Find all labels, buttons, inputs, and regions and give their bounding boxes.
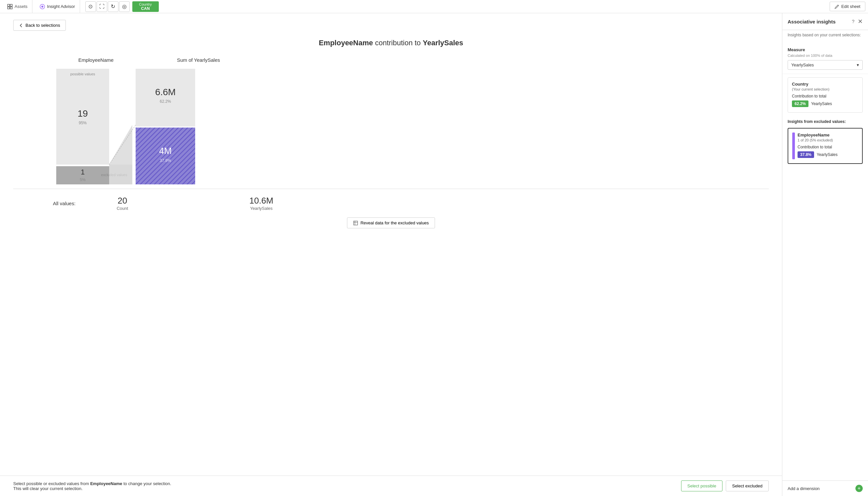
expand-icon[interactable]: ⛶ — [96, 1, 107, 12]
back-button-label: Back to selections — [26, 23, 60, 28]
employee-contrib-badge: 37.8% — [797, 151, 814, 158]
edit-sheet-button[interactable]: Edit sheet — [829, 2, 865, 11]
bottom-bar-text: Select possible or excluded values from … — [13, 481, 179, 491]
country-contrib-badge: 62.2% — [792, 100, 808, 107]
svg-rect-3 — [10, 7, 12, 9]
svg-text:37.8%: 37.8% — [160, 158, 171, 163]
svg-text:95%: 95% — [79, 121, 87, 125]
all-values-count-label: Count — [96, 206, 149, 211]
excluded-insights-label: Insights from excluded values: — [782, 116, 868, 125]
zoom-icon[interactable]: ⊙ — [85, 1, 96, 12]
svg-rect-17 — [136, 69, 195, 127]
edit-icon — [835, 4, 839, 9]
measure-label: Measure — [788, 47, 863, 52]
assets-label: Assets — [15, 4, 28, 9]
country-card-subtitle: (Your current selection) — [792, 87, 858, 91]
sidebar-title: Associative insights — [788, 19, 836, 25]
content-inner: Back to selections EmployeeName contribu… — [0, 13, 782, 476]
employee-card-inner: EmployeeName 1 of 20 (5% excluded) Contr… — [792, 133, 858, 159]
insight-advisor-label: Insight Advisor — [47, 4, 75, 9]
reveal-excluded-button[interactable]: Reveal data for the excluded values — [347, 217, 435, 228]
all-values-label: All values: — [53, 196, 96, 211]
employee-contribution-row: 37.8% YearlySales — [797, 151, 858, 158]
reveal-btn-label: Reveal data for the excluded values — [361, 220, 429, 226]
country-contrib-measure: YearlySales — [811, 102, 832, 106]
country-insight-card: Country (Your current selection) Contrib… — [788, 77, 863, 113]
chevron-down-icon: ▾ — [857, 62, 859, 67]
associative-insights-sidebar: Associative insights ? ✕ Insights based … — [782, 13, 868, 496]
svg-point-5 — [41, 5, 43, 7]
chart-title-measure: YearlySales — [423, 38, 463, 47]
rotate-icon[interactable]: ↻ — [108, 1, 118, 12]
measure-sublabel: Calculated on 100% of data — [788, 53, 863, 58]
help-icon[interactable]: ? — [852, 19, 854, 24]
selection-chip[interactable]: Country CAN — [132, 1, 159, 12]
all-values-sum-label: YearlySales — [231, 206, 291, 211]
svg-text:4M: 4M — [159, 146, 172, 156]
chart-title-verb: contribution to — [375, 38, 423, 47]
right-col-header: Sum of YearlySales — [152, 57, 245, 63]
left-col-header: EmployeeName — [53, 57, 139, 63]
assets-tab[interactable]: Assets — [3, 0, 32, 13]
country-card-section: Country (Your current selection) Contrib… — [782, 74, 868, 116]
plus-icon: + — [855, 485, 863, 492]
svg-rect-0 — [8, 4, 10, 6]
svg-text:6.6M: 6.6M — [155, 87, 176, 97]
country-card-title: Country — [792, 82, 858, 87]
svg-text:5%: 5% — [80, 177, 86, 182]
bottom-text-prefix: Select possible or excluded values from — [13, 481, 89, 486]
main-layout: Back to selections EmployeeName contribu… — [0, 13, 868, 496]
employee-contrib-measure: YearlySales — [817, 152, 838, 157]
svg-rect-20 — [136, 127, 195, 184]
select-possible-button[interactable]: Select possible — [681, 480, 722, 491]
country-contrib-label: Contribution to total — [792, 94, 858, 98]
measure-section: Measure Calculated on 100% of data Yearl… — [782, 43, 868, 74]
employee-card-bar — [792, 133, 795, 159]
svg-text:possible values: possible values — [70, 72, 95, 76]
employee-card-title: EmployeeName — [797, 133, 858, 138]
selection-field: Country — [139, 2, 152, 6]
nav-icons: ⊙ ⛶ ↻ ◎ — [85, 1, 130, 12]
sidebar-description: Insights based on your current selection… — [782, 30, 868, 40]
employee-card-subtitle: 1 of 20 (5% excluded) — [797, 138, 858, 142]
employee-card-content: EmployeeName 1 of 20 (5% excluded) Contr… — [797, 133, 858, 159]
select-excluded-button[interactable]: Select excluded — [726, 480, 769, 491]
bottom-field-name: EmployeeName — [90, 481, 122, 486]
svg-marker-15 — [109, 125, 132, 184]
svg-text:1: 1 — [81, 168, 85, 176]
svg-text:19: 19 — [77, 108, 88, 119]
employee-contrib-label: Contribution to total — [797, 145, 858, 149]
bottom-bar: Select possible or excluded values from … — [0, 476, 782, 496]
all-values-count: 20 — [96, 196, 149, 206]
chart-svg: possible values 19 95% 1 5% excluded val… — [53, 65, 258, 188]
chart-column-headers: EmployeeName Sum of YearlySales — [13, 57, 769, 63]
back-to-selections-button[interactable]: Back to selections — [13, 20, 66, 31]
svg-rect-25 — [354, 221, 358, 225]
content-area: Back to selections EmployeeName contribu… — [0, 13, 782, 496]
bottom-buttons: Select possible Select excluded — [681, 480, 769, 491]
chart-title-field: EmployeeName — [319, 38, 373, 47]
close-button[interactable]: ✕ — [858, 18, 863, 25]
sidebar-header: Associative insights ? ✕ — [782, 13, 868, 30]
add-dimension-button[interactable]: Add a dimension + — [782, 480, 868, 496]
target-icon[interactable]: ◎ — [119, 1, 130, 12]
insight-advisor-tab[interactable]: Insight Advisor — [35, 0, 80, 13]
add-dimension-label: Add a dimension — [788, 486, 820, 491]
measure-select[interactable]: YearlySales ▾ — [788, 60, 863, 70]
measure-value: YearlySales — [791, 62, 814, 67]
selection-value: CAN — [141, 6, 150, 11]
all-values-sum: 10.6M — [231, 196, 291, 206]
reveal-button-area: Reveal data for the excluded values — [13, 217, 769, 228]
chart-title: EmployeeName contribution to YearlySales — [13, 38, 769, 47]
back-arrow-icon — [19, 23, 24, 28]
all-values-sum-col: 10.6M YearlySales — [231, 196, 291, 211]
employee-insight-card[interactable]: EmployeeName 1 of 20 (5% excluded) Contr… — [788, 128, 863, 164]
all-values-count-col: 20 Count — [96, 196, 149, 211]
all-values-row: All values: 20 Count 10.6M YearlySales — [13, 189, 769, 211]
table-icon — [353, 221, 358, 226]
edit-sheet-label: Edit sheet — [841, 4, 860, 9]
svg-rect-2 — [8, 7, 10, 9]
insight-advisor-icon — [40, 4, 45, 9]
svg-text:62.2%: 62.2% — [160, 99, 171, 104]
chart-area: possible values 19 95% 1 5% excluded val… — [13, 65, 769, 189]
